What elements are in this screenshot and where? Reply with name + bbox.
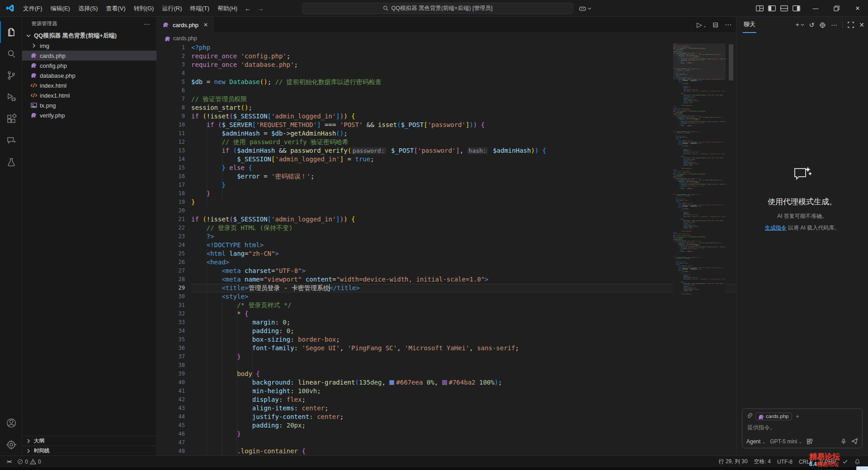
breadcrumb[interactable]: cards.php xyxy=(157,33,736,43)
sidebar-item-search[interactable] xyxy=(0,43,22,65)
minimap[interactable]: <?phprequire_once 'config.php';require_o… xyxy=(673,43,726,456)
chat-settings-button[interactable] xyxy=(819,22,826,28)
chat-input-placeholder[interactable]: 提供指令。 xyxy=(747,424,858,432)
sidebar-item-explorer[interactable] xyxy=(0,21,22,43)
image-icon xyxy=(30,102,38,109)
language-mode[interactable]: {}PHP xyxy=(816,456,839,467)
split-editor-button[interactable]: ⊟ xyxy=(712,21,718,29)
code-line-29: 29 <title>管理员登录 - 卡密管理系统</title> xyxy=(157,284,736,292)
sidebar-item-testing[interactable] xyxy=(0,151,22,173)
code-line-5: 5$db = new Database(); // 提前初始化数据库以进行密码检… xyxy=(157,78,736,86)
menu-查看[interactable]: 查看(V) xyxy=(102,0,129,17)
chat-input-box[interactable]: cards.php ＋ 提供指令。 Agent ⌄ GPT-5 mini ⌄ xyxy=(742,409,863,448)
add-context-button[interactable]: ＋ xyxy=(795,412,801,420)
close-window-button[interactable]: ✕ xyxy=(847,0,868,17)
tree-folder-img[interactable]: img xyxy=(22,41,156,51)
tools-icon[interactable] xyxy=(807,438,813,445)
run-button[interactable]: ▷⌄ xyxy=(697,21,706,29)
close-panel-button[interactable]: ✕ xyxy=(859,21,864,28)
sidebar-item-source-control[interactable] xyxy=(0,65,22,86)
code-line-3: 3require_once 'database.php'; xyxy=(157,61,736,69)
tree-root-folder[interactable]: QQ模拟器 黑色背景(前端+后端) xyxy=(22,31,156,41)
timeline-section[interactable]: 时间线 xyxy=(22,446,156,456)
file-tree: QQ模拟器 黑色背景(前端+后端)imgcards.phpconfig.phpd… xyxy=(22,31,156,120)
notifications-bell-icon[interactable] xyxy=(851,456,863,467)
minimize-button[interactable]: — xyxy=(805,0,826,17)
window-title: QQ模拟器 黑色背景(前端+后端) [管理员] xyxy=(392,5,493,12)
problems-indicator[interactable]: 0 0 xyxy=(14,456,44,467)
code-line-48: 48 .login-container { xyxy=(157,447,736,456)
forward-button[interactable]: → xyxy=(254,5,267,12)
tab-chat[interactable]: 聊天 xyxy=(743,17,756,33)
cursor-position[interactable]: 行 29, 列 30 xyxy=(716,456,751,467)
chat-empty-linkline: 生成指令 以将 AI 载入代码库。 xyxy=(736,224,868,232)
code-line-8: 8session_start(); xyxy=(157,103,736,112)
chat-history-button[interactable]: ↺ xyxy=(809,21,815,28)
tree-file-index1.html[interactable]: index1.html xyxy=(22,90,156,100)
toggle-panel-icon[interactable] xyxy=(780,5,788,11)
agent-mode-picker[interactable]: Agent ⌄ xyxy=(746,438,765,445)
customize-layout-icon[interactable] xyxy=(756,5,764,11)
generate-instructions-link[interactable]: 生成指令 xyxy=(765,225,787,231)
maximize-panel-button[interactable] xyxy=(848,22,854,28)
maximize-restore-button[interactable] xyxy=(826,0,847,17)
context-chip-current-file[interactable]: cards.php xyxy=(755,413,792,420)
copilot-menu-button[interactable] xyxy=(579,3,591,14)
outline-section[interactable]: 大纲 xyxy=(22,436,156,446)
close-icon: ✕ xyxy=(855,5,860,12)
tab-cards-php[interactable]: cards.php ✕ xyxy=(157,17,214,33)
toggle-primary-sidebar-icon[interactable] xyxy=(768,5,776,11)
model-picker[interactable]: GPT-5 mini ⌄ xyxy=(770,438,802,445)
account-button[interactable] xyxy=(0,412,22,434)
send-icon[interactable] xyxy=(851,438,858,445)
format-check-icon[interactable] xyxy=(839,456,851,467)
title-bar: 文件(F)编辑(E)选择(S)查看(V)转到(G)运行(R)终端(T)帮助(H)… xyxy=(0,0,868,17)
sidebar-item-chat[interactable] xyxy=(0,130,22,151)
tree-file-tx.png[interactable]: tx.png xyxy=(22,100,156,110)
code-line-41: 41 min-height: 100vh; xyxy=(157,387,736,395)
sidebar-item-extensions[interactable] xyxy=(0,108,22,130)
encoding[interactable]: UTF-8 xyxy=(774,456,796,467)
code-line-17: 17 } xyxy=(157,181,736,189)
menu-选择[interactable]: 选择(S) xyxy=(74,0,102,17)
vertical-scrollbar[interactable] xyxy=(729,44,733,80)
back-button[interactable]: ← xyxy=(241,5,254,12)
menu-文件[interactable]: 文件(F) xyxy=(19,0,47,17)
explorer-more-icon[interactable]: ⋯ xyxy=(144,20,150,28)
copilot-icon xyxy=(579,5,586,12)
code-line-13: 13 if ($adminHash && password_verify(pas… xyxy=(157,146,736,155)
sidebar-item-run-debug[interactable] xyxy=(0,86,22,108)
menu-终端[interactable]: 终端(T) xyxy=(186,0,213,17)
chat-more-button[interactable]: ⋯ xyxy=(831,21,837,28)
settings-button[interactable] xyxy=(0,434,22,456)
source-control-icon xyxy=(6,70,17,81)
menu-运行[interactable]: 运行(R) xyxy=(158,0,186,17)
close-tab-icon[interactable]: ✕ xyxy=(203,22,208,28)
tree-file-verify.php[interactable]: verify.php xyxy=(22,110,156,120)
code-line-31: 31 /* 登录页样式 */ xyxy=(157,301,736,310)
eol-sequence[interactable]: CRLF xyxy=(796,456,816,467)
remote-indicator[interactable]: >< xyxy=(4,456,14,467)
code-line-32: 32 * { xyxy=(157,310,736,318)
indentation[interactable]: 空格: 4 xyxy=(751,456,774,467)
tree-file-index.html[interactable]: index.html xyxy=(22,80,156,90)
tree-file-database.php[interactable]: database.php xyxy=(22,70,156,80)
toggle-secondary-sidebar-icon[interactable] xyxy=(793,5,800,11)
menu-帮助[interactable]: 帮助(H) xyxy=(213,0,241,17)
command-center-search[interactable]: QQ模拟器 黑色背景(前端+后端) [管理员] xyxy=(302,3,573,14)
flask-icon xyxy=(6,157,17,168)
attach-context-icon[interactable] xyxy=(746,413,753,419)
editor-more-button[interactable]: ⋯ xyxy=(725,21,731,29)
chat-sparkle-icon xyxy=(736,166,868,186)
minimap-slider[interactable] xyxy=(673,43,726,80)
status-bar: >< 0 0 行 29, 列 30 空格: 4 UTF-8 CRLF {}PHP xyxy=(0,456,868,467)
voice-icon[interactable] xyxy=(840,438,847,445)
tree-file-config.php[interactable]: config.php xyxy=(22,61,156,70)
chat-empty-note: AI 答复可能不准确。 xyxy=(736,212,868,220)
new-chat-button[interactable]: ＋ xyxy=(794,21,804,29)
tree-file-cards.php[interactable]: cards.php xyxy=(22,51,156,61)
code-editor[interactable]: 1<?php2require_once 'config.php';3requir… xyxy=(157,43,736,456)
menu-编辑[interactable]: 编辑(E) xyxy=(47,0,74,17)
menu-转到[interactable]: 转到(G) xyxy=(130,0,158,17)
color-swatch xyxy=(389,380,394,385)
